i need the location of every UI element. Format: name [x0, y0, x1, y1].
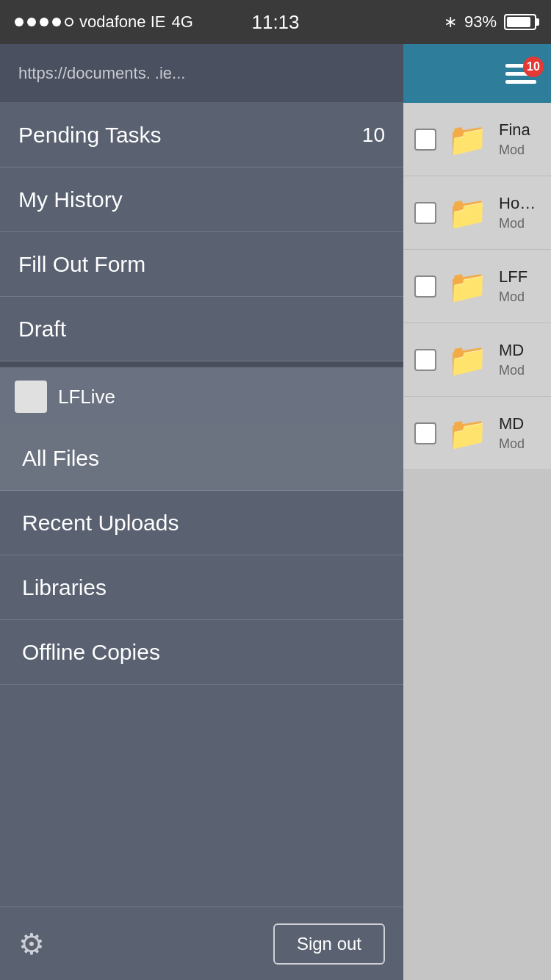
libraries-label: Libraries — [22, 575, 107, 600]
signal-dot-4 — [52, 18, 61, 26]
network-label: 4G — [171, 12, 192, 32]
file-info-2: LFF Mod — [499, 267, 540, 305]
file-checkbox-0[interactable] — [414, 129, 436, 151]
url-bar: https://documents. .ie... — [0, 44, 403, 103]
signal-dot-3 — [40, 18, 48, 26]
sidebar-item-draft[interactable]: Draft — [0, 297, 403, 361]
file-name-1: HoC Mod — [499, 194, 540, 213]
file-item-1[interactable]: 📁 HoC Mod Mod — [403, 176, 551, 250]
file-meta-0: Mod — [499, 143, 540, 158]
status-left: vodafone IE 4G — [15, 12, 193, 32]
file-checkbox-2[interactable] — [414, 275, 436, 298]
right-top-bar: 10 — [403, 44, 551, 103]
file-item-3[interactable]: 📁 MD Mod — [403, 323, 551, 397]
battery-icon — [504, 14, 536, 30]
sidebar-bottom-bar: ⚙ Sign out — [0, 907, 403, 980]
main-layout: https://documents. .ie... Pending Tasks … — [0, 44, 551, 980]
file-name-3: MD — [499, 341, 540, 360]
status-right: ∗ 93% — [444, 12, 536, 32]
sidebar-item-recent-uploads[interactable]: Recent Uploads — [0, 491, 403, 555]
sidebar-item-my-history[interactable]: My History — [0, 167, 403, 232]
file-meta-4: Mod — [499, 436, 540, 452]
draft-label: Draft — [18, 317, 66, 342]
file-item-4[interactable]: 📁 MD Mod — [403, 397, 551, 470]
user-section: LFLive — [0, 367, 403, 426]
folder-icon-4: 📁 — [447, 414, 488, 453]
folder-icon-0: 📁 — [447, 120, 488, 159]
file-item-0[interactable]: 📁 Fina Mod — [403, 103, 551, 176]
file-checkbox-1[interactable] — [414, 202, 436, 224]
file-item-2[interactable]: 📁 LFF Mod — [403, 250, 551, 323]
file-meta-3: Mod — [499, 363, 540, 378]
settings-icon[interactable]: ⚙ — [18, 927, 45, 961]
pending-tasks-label: Pending Tasks — [18, 123, 162, 148]
menu-line-3 — [505, 80, 536, 84]
all-files-label: All Files — [22, 446, 99, 471]
file-meta-1: Mod — [499, 216, 540, 231]
sidebar-item-offline-copies[interactable]: Offline Copies — [0, 620, 403, 685]
sidebar-item-pending-tasks[interactable]: Pending Tasks 10 — [0, 103, 403, 167]
folder-icon-3: 📁 — [447, 341, 488, 379]
menu-icon-container[interactable]: 10 — [505, 64, 536, 84]
user-name-label: LFLive — [58, 386, 115, 408]
bluetooth-icon: ∗ — [444, 12, 457, 32]
sidebar: https://documents. .ie... Pending Tasks … — [0, 44, 403, 980]
file-meta-2: Mod — [499, 289, 540, 305]
file-name-0: Fina — [499, 120, 540, 140]
signal-dot-5 — [65, 18, 73, 26]
notification-badge: 10 — [523, 57, 544, 77]
sidebar-item-fill-out-form[interactable]: Fill Out Form — [0, 232, 403, 297]
sidebar-item-all-files[interactable]: All Files — [0, 426, 403, 491]
signal-dot-1 — [15, 18, 24, 26]
battery-fill — [507, 17, 530, 27]
file-list: 📁 Fina Mod 📁 HoC Mod Mod 📁 LFF — [403, 103, 551, 470]
time-display: 11:13 — [251, 11, 299, 34]
signal-dots — [15, 18, 73, 26]
offline-copies-label: Offline Copies — [22, 640, 160, 665]
file-info-4: MD Mod — [499, 414, 540, 452]
folder-icon-1: 📁 — [447, 194, 488, 232]
file-checkbox-4[interactable] — [414, 422, 436, 444]
recent-uploads-label: Recent Uploads — [22, 511, 179, 536]
pending-tasks-badge: 10 — [362, 123, 385, 147]
user-avatar — [15, 381, 47, 413]
file-name-2: LFF — [499, 267, 540, 287]
status-bar: vodafone IE 4G 11:13 ∗ 93% — [0, 0, 551, 44]
carrier-label: vodafone IE — [79, 12, 165, 32]
signal-dot-2 — [27, 18, 36, 26]
sign-out-button[interactable]: Sign out — [273, 923, 385, 965]
my-history-label: My History — [18, 187, 123, 212]
battery-percent: 93% — [464, 12, 497, 32]
folder-icon-2: 📁 — [447, 267, 488, 306]
file-info-0: Fina Mod — [499, 120, 540, 158]
file-name-4: MD — [499, 414, 540, 433]
fill-out-form-label: Fill Out Form — [18, 252, 145, 277]
sidebar-item-libraries[interactable]: Libraries — [0, 555, 403, 620]
file-info-1: HoC Mod Mod — [499, 194, 540, 231]
section-divider — [0, 361, 403, 367]
url-text: https://documents. .ie... — [18, 64, 185, 83]
file-info-3: MD Mod — [499, 341, 540, 378]
right-panel: 10 📁 Fina Mod 📁 HoC Mod Mod — [403, 44, 551, 980]
file-checkbox-3[interactable] — [414, 349, 436, 371]
